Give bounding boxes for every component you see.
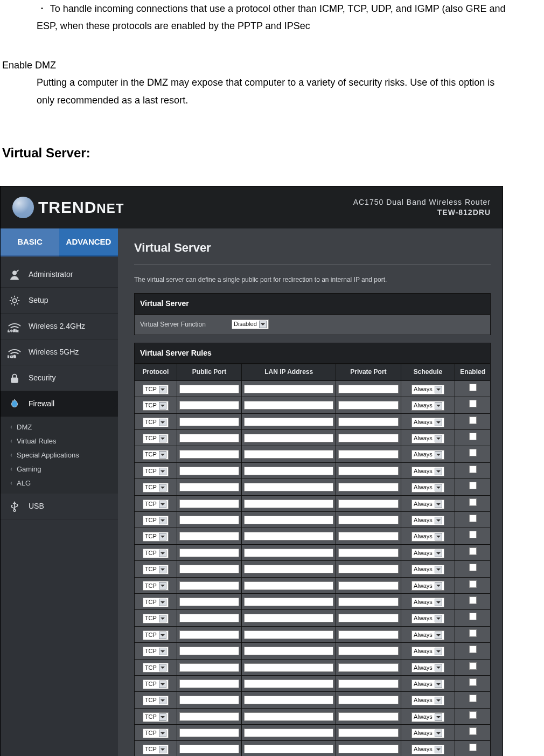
- private-port-input[interactable]: [338, 401, 398, 410]
- protocol-select[interactable]: TCP: [143, 663, 169, 672]
- public-port-input[interactable]: [179, 565, 239, 573]
- lan-ip-input[interactable]: [244, 647, 333, 655]
- schedule-select[interactable]: Always: [412, 418, 444, 427]
- enabled-checkbox[interactable]: [469, 662, 477, 670]
- enabled-checkbox[interactable]: [469, 400, 477, 407]
- schedule-select[interactable]: Always: [412, 663, 444, 672]
- protocol-select[interactable]: TCP: [143, 500, 169, 509]
- enabled-checkbox[interactable]: [469, 597, 477, 604]
- enabled-checkbox[interactable]: [469, 613, 477, 620]
- public-port-input[interactable]: [179, 418, 239, 426]
- nav-sub-special-applications[interactable]: Special Applications: [10, 448, 118, 462]
- protocol-select[interactable]: TCP: [143, 745, 169, 754]
- public-port-input[interactable]: [179, 516, 239, 524]
- protocol-select[interactable]: TCP: [143, 614, 169, 623]
- nav-administrator[interactable]: Administrator: [1, 262, 118, 288]
- private-port-input[interactable]: [338, 500, 398, 508]
- enabled-checkbox[interactable]: [469, 466, 477, 473]
- lan-ip-input[interactable]: [244, 679, 333, 688]
- public-port-input[interactable]: [179, 549, 239, 557]
- public-port-input[interactable]: [179, 500, 239, 508]
- public-port-input[interactable]: [179, 679, 239, 688]
- public-port-input[interactable]: [179, 598, 239, 606]
- vs-function-select[interactable]: Disabled: [232, 320, 269, 329]
- protocol-select[interactable]: TCP: [143, 647, 169, 656]
- lan-ip-input[interactable]: [244, 532, 333, 540]
- nav-wireless-5[interactable]: 5 GHz Wireless 5GHz: [1, 339, 118, 365]
- lan-ip-input[interactable]: [244, 581, 333, 590]
- private-port-input[interactable]: [338, 598, 398, 606]
- public-port-input[interactable]: [179, 385, 239, 393]
- private-port-input[interactable]: [338, 696, 398, 704]
- protocol-select[interactable]: TCP: [143, 483, 169, 493]
- nav-firewall[interactable]: Firewall: [1, 391, 118, 417]
- schedule-select[interactable]: Always: [412, 696, 444, 705]
- private-port-input[interactable]: [338, 614, 398, 622]
- private-port-input[interactable]: [338, 679, 398, 688]
- private-port-input[interactable]: [338, 745, 398, 753]
- private-port-input[interactable]: [338, 516, 398, 524]
- lan-ip-input[interactable]: [244, 450, 333, 459]
- lan-ip-input[interactable]: [244, 565, 333, 573]
- private-port-input[interactable]: [338, 532, 398, 540]
- private-port-input[interactable]: [338, 630, 398, 639]
- lan-ip-input[interactable]: [244, 745, 333, 753]
- lan-ip-input[interactable]: [244, 614, 333, 622]
- nav-sub-dmz[interactable]: DMZ: [10, 420, 118, 434]
- private-port-input[interactable]: [338, 712, 398, 721]
- protocol-select[interactable]: TCP: [143, 418, 169, 427]
- lan-ip-input[interactable]: [244, 630, 333, 639]
- protocol-select[interactable]: TCP: [143, 630, 169, 640]
- schedule-select[interactable]: Always: [412, 450, 444, 460]
- private-port-input[interactable]: [338, 450, 398, 459]
- protocol-select[interactable]: TCP: [143, 549, 169, 558]
- private-port-input[interactable]: [338, 434, 398, 442]
- private-port-input[interactable]: [338, 581, 398, 590]
- public-port-input[interactable]: [179, 434, 239, 442]
- lan-ip-input[interactable]: [244, 401, 333, 410]
- schedule-select[interactable]: Always: [412, 581, 444, 591]
- lan-ip-input[interactable]: [244, 418, 333, 426]
- nav-setup[interactable]: Setup: [1, 288, 118, 314]
- lan-ip-input[interactable]: [244, 729, 333, 737]
- public-port-input[interactable]: [179, 401, 239, 410]
- private-port-input[interactable]: [338, 467, 398, 475]
- nav-sub-virtual-rules[interactable]: Virtual Rules: [10, 434, 118, 448]
- enabled-checkbox[interactable]: [469, 498, 477, 506]
- schedule-select[interactable]: Always: [412, 516, 444, 525]
- public-port-input[interactable]: [179, 483, 239, 491]
- schedule-select[interactable]: Always: [412, 565, 444, 574]
- protocol-select[interactable]: TCP: [143, 696, 169, 705]
- nav-usb[interactable]: USB: [1, 494, 118, 519]
- lan-ip-input[interactable]: [244, 467, 333, 475]
- nav-sub-gaming[interactable]: Gaming: [10, 462, 118, 476]
- protocol-select[interactable]: TCP: [143, 679, 169, 689]
- lan-ip-input[interactable]: [244, 598, 333, 606]
- enabled-checkbox[interactable]: [469, 727, 477, 735]
- enabled-checkbox[interactable]: [469, 629, 477, 637]
- public-port-input[interactable]: [179, 467, 239, 475]
- schedule-select[interactable]: Always: [412, 500, 444, 509]
- schedule-select[interactable]: Always: [412, 630, 444, 640]
- lan-ip-input[interactable]: [244, 549, 333, 557]
- enabled-checkbox[interactable]: [469, 564, 477, 571]
- enabled-checkbox[interactable]: [469, 482, 477, 489]
- nav-sub-alg[interactable]: ALG: [10, 476, 118, 490]
- schedule-select[interactable]: Always: [412, 385, 444, 394]
- protocol-select[interactable]: TCP: [143, 450, 169, 460]
- enabled-checkbox[interactable]: [469, 433, 477, 440]
- schedule-select[interactable]: Always: [412, 679, 444, 689]
- schedule-select[interactable]: Always: [412, 434, 444, 443]
- schedule-select[interactable]: Always: [412, 745, 444, 754]
- tab-advanced[interactable]: ADVANCED: [59, 228, 118, 256]
- protocol-select[interactable]: TCP: [143, 434, 169, 443]
- schedule-select[interactable]: Always: [412, 549, 444, 558]
- enabled-checkbox[interactable]: [469, 384, 477, 391]
- enabled-checkbox[interactable]: [469, 547, 477, 555]
- private-port-input[interactable]: [338, 663, 398, 672]
- public-port-input[interactable]: [179, 729, 239, 737]
- protocol-select[interactable]: TCP: [143, 532, 169, 542]
- schedule-select[interactable]: Always: [412, 467, 444, 476]
- protocol-select[interactable]: TCP: [143, 385, 169, 394]
- public-port-input[interactable]: [179, 532, 239, 540]
